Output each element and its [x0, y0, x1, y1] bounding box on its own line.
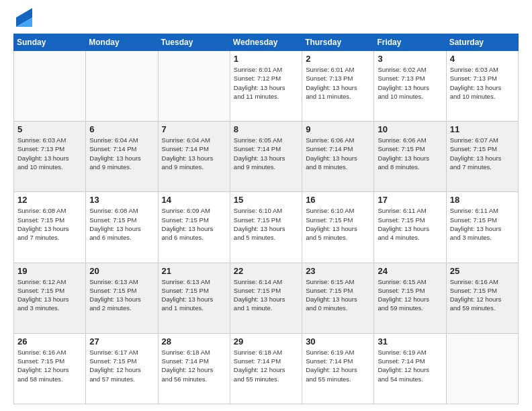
day-cell: 30Sunrise: 6:19 AM Sunset: 7:14 PM Dayli… [302, 333, 374, 404]
day-info: Sunrise: 6:17 AM Sunset: 7:15 PM Dayligh… [89, 348, 154, 383]
page: SundayMondayTuesdayWednesdayThursdayFrid… [0, 0, 532, 411]
day-cell: 31Sunrise: 6:19 AM Sunset: 7:14 PM Dayli… [374, 333, 446, 404]
week-row: 1Sunrise: 6:01 AM Sunset: 7:12 PM Daylig… [14, 51, 519, 122]
header-tuesday: Tuesday [158, 34, 230, 51]
day-cell: 29Sunrise: 6:18 AM Sunset: 7:14 PM Dayli… [230, 333, 302, 404]
day-cell: 6Sunrise: 6:04 AM Sunset: 7:14 PM Daylig… [86, 122, 158, 192]
day-info: Sunrise: 6:04 AM Sunset: 7:14 PM Dayligh… [89, 136, 154, 171]
day-number: 14 [162, 195, 226, 205]
day-number: 25 [450, 266, 515, 276]
day-cell: 15Sunrise: 6:10 AM Sunset: 7:15 PM Dayli… [230, 192, 302, 263]
day-cell: 24Sunrise: 6:15 AM Sunset: 7:15 PM Dayli… [374, 263, 446, 333]
week-row: 26Sunrise: 6:16 AM Sunset: 7:15 PM Dayli… [14, 333, 519, 404]
day-info: Sunrise: 6:14 AM Sunset: 7:15 PM Dayligh… [234, 277, 298, 313]
day-info: Sunrise: 6:19 AM Sunset: 7:14 PM Dayligh… [306, 348, 370, 383]
day-number: 13 [89, 195, 154, 205]
day-number: 12 [17, 195, 82, 205]
day-info: Sunrise: 6:09 AM Sunset: 7:15 PM Dayligh… [162, 206, 226, 242]
day-info: Sunrise: 6:19 AM Sunset: 7:14 PM Dayligh… [378, 348, 442, 383]
day-number: 9 [306, 124, 370, 134]
day-number: 24 [378, 266, 442, 276]
header-row: SundayMondayTuesdayWednesdayThursdayFrid… [14, 34, 519, 51]
day-number: 5 [17, 124, 82, 134]
day-cell: 27Sunrise: 6:17 AM Sunset: 7:15 PM Dayli… [86, 333, 158, 404]
day-info: Sunrise: 6:10 AM Sunset: 7:15 PM Dayligh… [306, 206, 370, 242]
day-info: Sunrise: 6:12 AM Sunset: 7:15 PM Dayligh… [17, 277, 82, 313]
day-cell [158, 51, 230, 122]
day-cell: 8Sunrise: 6:05 AM Sunset: 7:14 PM Daylig… [230, 122, 302, 192]
day-number: 17 [378, 195, 442, 205]
day-number: 16 [306, 195, 370, 205]
day-number: 10 [378, 124, 442, 134]
day-cell: 1Sunrise: 6:01 AM Sunset: 7:12 PM Daylig… [230, 51, 302, 122]
day-info: Sunrise: 6:02 AM Sunset: 7:13 PM Dayligh… [378, 65, 442, 101]
header-wednesday: Wednesday [230, 34, 302, 51]
week-row: 5Sunrise: 6:03 AM Sunset: 7:13 PM Daylig… [14, 122, 519, 192]
day-number: 11 [450, 124, 515, 134]
header-thursday: Thursday [302, 34, 374, 51]
day-cell: 2Sunrise: 6:01 AM Sunset: 7:13 PM Daylig… [302, 51, 374, 122]
day-info: Sunrise: 6:18 AM Sunset: 7:14 PM Dayligh… [234, 348, 298, 383]
day-info: Sunrise: 6:06 AM Sunset: 7:15 PM Dayligh… [378, 136, 442, 171]
day-cell: 22Sunrise: 6:14 AM Sunset: 7:15 PM Dayli… [230, 263, 302, 333]
day-cell: 18Sunrise: 6:11 AM Sunset: 7:15 PM Dayli… [446, 192, 518, 263]
day-number: 21 [162, 266, 226, 276]
day-cell: 11Sunrise: 6:07 AM Sunset: 7:15 PM Dayli… [446, 122, 518, 192]
day-info: Sunrise: 6:15 AM Sunset: 7:15 PM Dayligh… [378, 277, 442, 313]
day-info: Sunrise: 6:16 AM Sunset: 7:15 PM Dayligh… [17, 348, 82, 383]
day-number: 7 [162, 124, 226, 134]
day-cell: 4Sunrise: 6:03 AM Sunset: 7:13 PM Daylig… [446, 51, 518, 122]
logo [13, 11, 32, 27]
week-row: 12Sunrise: 6:08 AM Sunset: 7:15 PM Dayli… [14, 192, 519, 263]
day-info: Sunrise: 6:06 AM Sunset: 7:14 PM Dayligh… [306, 136, 370, 171]
header [13, 11, 519, 27]
day-cell: 28Sunrise: 6:18 AM Sunset: 7:14 PM Dayli… [158, 333, 230, 404]
day-number: 18 [450, 195, 515, 205]
header-monday: Monday [86, 34, 158, 51]
day-number: 29 [234, 336, 298, 347]
header-sunday: Sunday [14, 34, 86, 51]
calendar-body: 1Sunrise: 6:01 AM Sunset: 7:12 PM Daylig… [14, 51, 519, 404]
day-cell: 26Sunrise: 6:16 AM Sunset: 7:15 PM Dayli… [14, 333, 86, 404]
day-info: Sunrise: 6:11 AM Sunset: 7:15 PM Dayligh… [378, 206, 442, 242]
day-cell: 3Sunrise: 6:02 AM Sunset: 7:13 PM Daylig… [374, 51, 446, 122]
day-number: 20 [89, 266, 154, 276]
day-number: 4 [450, 54, 515, 64]
day-number: 1 [234, 54, 298, 64]
day-number: 26 [17, 336, 82, 347]
day-info: Sunrise: 6:18 AM Sunset: 7:14 PM Dayligh… [162, 348, 226, 383]
day-cell: 12Sunrise: 6:08 AM Sunset: 7:15 PM Dayli… [14, 192, 86, 263]
calendar-header: SundayMondayTuesdayWednesdayThursdayFrid… [14, 34, 519, 51]
header-saturday: Saturday [446, 34, 518, 51]
day-info: Sunrise: 6:16 AM Sunset: 7:15 PM Dayligh… [450, 277, 515, 313]
day-cell: 14Sunrise: 6:09 AM Sunset: 7:15 PM Dayli… [158, 192, 230, 263]
day-info: Sunrise: 6:01 AM Sunset: 7:12 PM Dayligh… [234, 65, 298, 101]
day-number: 8 [234, 124, 298, 134]
day-number: 6 [89, 124, 154, 134]
day-info: Sunrise: 6:01 AM Sunset: 7:13 PM Dayligh… [306, 65, 370, 101]
calendar: SundayMondayTuesdayWednesdayThursdayFrid… [13, 34, 519, 404]
day-cell [446, 333, 518, 404]
day-number: 28 [162, 336, 226, 347]
day-cell [14, 51, 86, 122]
day-number: 27 [89, 336, 154, 347]
logo-icon [16, 8, 32, 27]
day-number: 30 [306, 336, 370, 347]
day-number: 15 [234, 195, 298, 205]
day-cell: 20Sunrise: 6:13 AM Sunset: 7:15 PM Dayli… [86, 263, 158, 333]
day-number: 23 [306, 266, 370, 276]
day-cell: 25Sunrise: 6:16 AM Sunset: 7:15 PM Dayli… [446, 263, 518, 333]
day-number: 22 [234, 266, 298, 276]
day-cell: 9Sunrise: 6:06 AM Sunset: 7:14 PM Daylig… [302, 122, 374, 192]
day-cell: 13Sunrise: 6:08 AM Sunset: 7:15 PM Dayli… [86, 192, 158, 263]
day-number: 19 [17, 266, 82, 276]
day-cell: 16Sunrise: 6:10 AM Sunset: 7:15 PM Dayli… [302, 192, 374, 263]
day-info: Sunrise: 6:13 AM Sunset: 7:15 PM Dayligh… [162, 277, 226, 313]
day-cell: 17Sunrise: 6:11 AM Sunset: 7:15 PM Dayli… [374, 192, 446, 263]
day-cell: 21Sunrise: 6:13 AM Sunset: 7:15 PM Dayli… [158, 263, 230, 333]
day-info: Sunrise: 6:03 AM Sunset: 7:13 PM Dayligh… [17, 136, 82, 171]
day-info: Sunrise: 6:07 AM Sunset: 7:15 PM Dayligh… [450, 136, 515, 171]
day-cell: 10Sunrise: 6:06 AM Sunset: 7:15 PM Dayli… [374, 122, 446, 192]
day-info: Sunrise: 6:05 AM Sunset: 7:14 PM Dayligh… [234, 136, 298, 171]
day-info: Sunrise: 6:08 AM Sunset: 7:15 PM Dayligh… [17, 206, 82, 242]
